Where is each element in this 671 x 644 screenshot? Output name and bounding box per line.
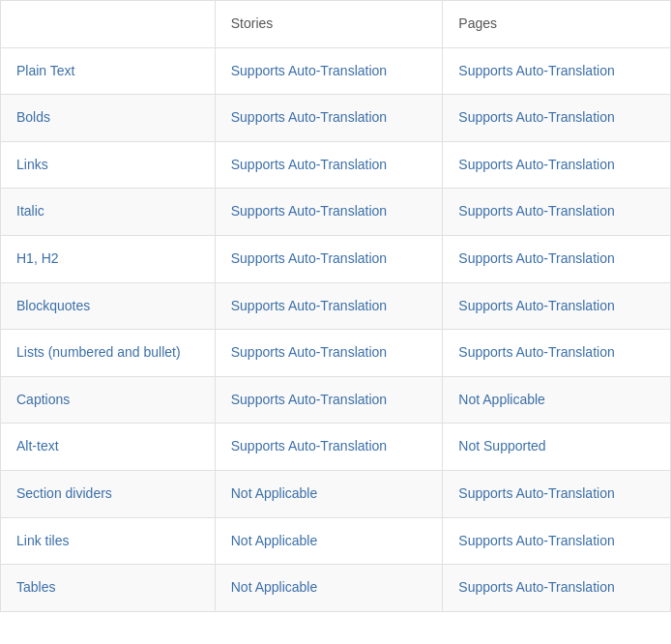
cell-feature: H1, H2 [1,235,216,282]
header-feature [1,1,216,48]
cell-pages: Supports Auto-Translation [443,517,671,565]
table-row: H1, H2Supports Auto-TranslationSupports … [1,235,671,282]
table-row: Section dividersNot ApplicableSupports A… [1,470,671,517]
cell-pages: Supports Auto-Translation [443,282,671,330]
cell-stories: Supports Auto-Translation [215,282,443,330]
header-pages: Pages [443,1,671,48]
cell-stories: Supports Auto-Translation [215,330,443,377]
cell-stories: Supports Auto-Translation [215,424,443,471]
cell-feature: Bolds [1,95,216,142]
cell-pages: Not Applicable [443,376,671,424]
comparison-table: Stories Pages Plain TextSupports Auto-Tr… [0,0,671,612]
table-row: BlockquotesSupports Auto-TranslationSupp… [1,282,671,330]
cell-pages: Supports Auto-Translation [443,141,671,189]
cell-stories: Supports Auto-Translation [215,189,443,236]
cell-feature: Plain Text [1,47,216,95]
table-row: Link tilesNot ApplicableSupports Auto-Tr… [1,517,671,565]
cell-pages: Supports Auto-Translation [443,330,671,377]
cell-pages: Supports Auto-Translation [443,470,671,517]
cell-pages: Supports Auto-Translation [443,47,671,95]
cell-stories: Supports Auto-Translation [215,95,443,142]
table-row: Plain TextSupports Auto-TranslationSuppo… [1,47,671,95]
cell-stories: Supports Auto-Translation [215,47,443,95]
cell-feature: Italic [1,189,216,236]
cell-feature: Alt-text [1,424,216,471]
table-header-row: Stories Pages [1,1,671,48]
cell-feature: Link tiles [1,517,216,565]
cell-feature: Links [1,141,216,189]
cell-stories: Supports Auto-Translation [215,141,443,189]
cell-stories: Supports Auto-Translation [215,376,443,424]
cell-stories: Supports Auto-Translation [215,235,443,282]
table-row: CaptionsSupports Auto-TranslationNot App… [1,376,671,424]
cell-stories: Not Applicable [215,517,443,565]
cell-feature: Lists (numbered and bullet) [1,330,216,377]
table-row: BoldsSupports Auto-TranslationSupports A… [1,95,671,142]
cell-pages: Supports Auto-Translation [443,565,671,612]
table-row: TablesNot ApplicableSupports Auto-Transl… [1,565,671,612]
cell-feature: Blockquotes [1,282,216,330]
table-row: LinksSupports Auto-TranslationSupports A… [1,141,671,189]
cell-feature: Section dividers [1,470,216,517]
comparison-table-container: Stories Pages Plain TextSupports Auto-Tr… [0,0,671,612]
table-row: Lists (numbered and bullet)Supports Auto… [1,330,671,377]
cell-pages: Supports Auto-Translation [443,189,671,236]
table-row: ItalicSupports Auto-TranslationSupports … [1,189,671,236]
cell-stories: Not Applicable [215,470,443,517]
cell-pages: Supports Auto-Translation [443,95,671,142]
header-stories: Stories [215,1,443,48]
cell-pages: Supports Auto-Translation [443,235,671,282]
cell-stories: Not Applicable [215,565,443,612]
table-row: Alt-textSupports Auto-TranslationNot Sup… [1,424,671,471]
cell-feature: Tables [1,565,216,612]
cell-pages: Not Supported [443,424,671,471]
cell-feature: Captions [1,376,216,424]
